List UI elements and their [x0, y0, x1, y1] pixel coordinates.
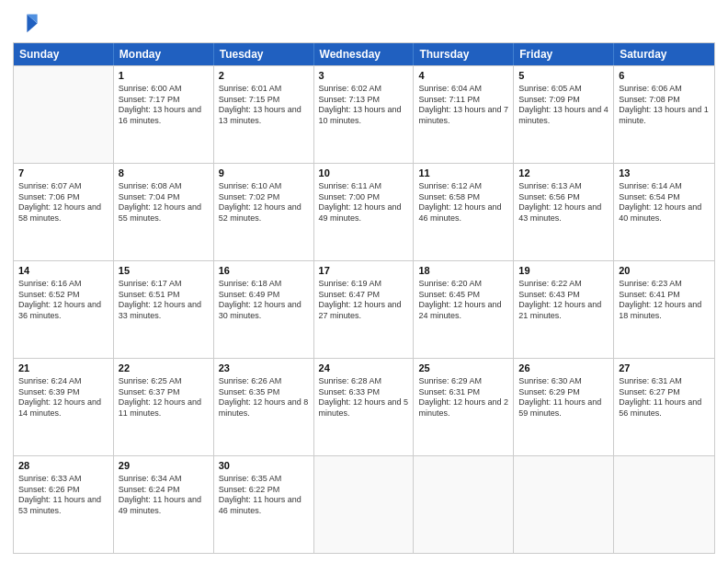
- day-detail: Sunrise: 6:28 AMSunset: 6:33 PMDaylight:…: [319, 376, 409, 419]
- day-number: 25: [418, 362, 508, 375]
- day-cell-7: 7Sunrise: 6:07 AMSunset: 7:06 PMDaylight…: [14, 164, 114, 260]
- sunset-text: Sunset: 6:45 PM: [418, 290, 480, 299]
- empty-cell: [414, 456, 514, 553]
- day-number: 13: [619, 167, 710, 180]
- sunrise-text: Sunrise: 6:07 AM: [18, 181, 82, 190]
- sunrise-text: Sunrise: 6:29 AM: [418, 376, 482, 385]
- sunset-text: Sunset: 6:37 PM: [119, 387, 180, 396]
- weekday-header-friday: Friday: [514, 43, 614, 65]
- sunrise-text: Sunrise: 6:10 AM: [219, 181, 282, 190]
- day-detail: Sunrise: 6:17 AMSunset: 6:51 PMDaylight:…: [119, 279, 209, 322]
- day-detail: Sunrise: 6:02 AMSunset: 7:13 PMDaylight:…: [319, 84, 409, 127]
- sunset-text: Sunset: 6:35 PM: [219, 387, 280, 396]
- day-cell-20: 20Sunrise: 6:23 AMSunset: 6:41 PMDayligh…: [614, 261, 714, 358]
- calendar-body: 1Sunrise: 6:00 AMSunset: 7:17 PMDaylight…: [14, 65, 714, 553]
- sunrise-text: Sunrise: 6:35 AM: [219, 474, 282, 483]
- weekday-header-wednesday: Wednesday: [314, 43, 415, 65]
- day-detail: Sunrise: 6:11 AMSunset: 7:00 PMDaylight:…: [319, 181, 409, 224]
- daylight-text: Daylight: 12 hours and 5 minutes.: [319, 397, 409, 418]
- calendar-row-2: 14Sunrise: 6:16 AMSunset: 6:52 PMDayligh…: [14, 260, 714, 358]
- day-number: 29: [119, 459, 209, 473]
- sunset-text: Sunset: 6:56 PM: [518, 192, 580, 201]
- day-detail: Sunrise: 6:04 AMSunset: 7:11 PMDaylight:…: [418, 84, 508, 127]
- day-detail: Sunrise: 6:10 AMSunset: 7:02 PMDaylight:…: [219, 181, 309, 224]
- daylight-text: Daylight: 11 hours and 56 minutes.: [619, 397, 701, 418]
- sunrise-text: Sunrise: 6:14 AM: [619, 181, 682, 190]
- sunrise-text: Sunrise: 6:06 AM: [619, 84, 682, 93]
- day-detail: Sunrise: 6:14 AMSunset: 6:54 PMDaylight:…: [619, 181, 710, 224]
- day-cell-22: 22Sunrise: 6:25 AMSunset: 6:37 PMDayligh…: [114, 359, 214, 455]
- sunset-text: Sunset: 6:49 PM: [219, 290, 280, 299]
- day-detail: Sunrise: 6:08 AMSunset: 7:04 PMDaylight:…: [119, 181, 209, 224]
- day-number: 20: [619, 264, 710, 278]
- daylight-text: Daylight: 12 hours and 33 minutes.: [119, 300, 201, 320]
- daylight-text: Daylight: 11 hours and 59 minutes.: [518, 397, 601, 418]
- sunrise-text: Sunrise: 6:00 AM: [119, 84, 182, 93]
- day-cell-6: 6Sunrise: 6:06 AMSunset: 7:08 PMDaylight…: [614, 66, 714, 163]
- sunset-text: Sunset: 7:15 PM: [219, 95, 280, 104]
- sunset-text: Sunset: 6:52 PM: [18, 290, 80, 299]
- day-number: 2: [219, 69, 309, 83]
- day-detail: Sunrise: 6:33 AMSunset: 6:26 PMDaylight:…: [18, 474, 108, 517]
- sunrise-text: Sunrise: 6:08 AM: [119, 181, 182, 190]
- sunset-text: Sunset: 6:22 PM: [219, 485, 280, 494]
- day-detail: Sunrise: 6:26 AMSunset: 6:35 PMDaylight:…: [219, 376, 309, 419]
- day-detail: Sunrise: 6:12 AMSunset: 6:58 PMDaylight:…: [418, 181, 508, 224]
- day-detail: Sunrise: 6:30 AMSunset: 6:29 PMDaylight:…: [518, 376, 609, 419]
- day-cell-29: 29Sunrise: 6:34 AMSunset: 6:24 PMDayligh…: [114, 456, 214, 553]
- sunset-text: Sunset: 7:09 PM: [518, 95, 580, 104]
- day-number: 14: [18, 264, 108, 278]
- day-cell-9: 9Sunrise: 6:10 AMSunset: 7:02 PMDaylight…: [214, 164, 314, 260]
- daylight-text: Daylight: 12 hours and 36 minutes.: [18, 300, 101, 320]
- day-number: 3: [319, 69, 409, 83]
- day-detail: Sunrise: 6:35 AMSunset: 6:22 PMDaylight:…: [219, 474, 309, 517]
- day-number: 10: [319, 167, 409, 180]
- day-cell-28: 28Sunrise: 6:33 AMSunset: 6:26 PMDayligh…: [14, 456, 114, 553]
- calendar: SundayMondayTuesdayWednesdayThursdayFrid…: [13, 42, 715, 554]
- day-cell-15: 15Sunrise: 6:17 AMSunset: 6:51 PMDayligh…: [114, 261, 214, 358]
- sunset-text: Sunset: 6:51 PM: [119, 290, 180, 299]
- day-detail: Sunrise: 6:25 AMSunset: 6:37 PMDaylight:…: [119, 376, 209, 419]
- day-detail: Sunrise: 6:00 AMSunset: 7:17 PMDaylight:…: [119, 84, 209, 127]
- sunset-text: Sunset: 6:33 PM: [319, 387, 381, 396]
- day-detail: Sunrise: 6:29 AMSunset: 6:31 PMDaylight:…: [418, 376, 508, 419]
- sunset-text: Sunset: 7:13 PM: [319, 95, 381, 104]
- day-detail: Sunrise: 6:06 AMSunset: 7:08 PMDaylight:…: [619, 84, 710, 127]
- daylight-text: Daylight: 12 hours and 43 minutes.: [518, 202, 601, 223]
- sunset-text: Sunset: 6:47 PM: [319, 290, 381, 299]
- empty-cell: [14, 66, 114, 163]
- sunrise-text: Sunrise: 6:26 AM: [219, 376, 282, 385]
- daylight-text: Daylight: 12 hours and 46 minutes.: [418, 202, 501, 223]
- sunset-text: Sunset: 6:41 PM: [619, 290, 680, 299]
- day-number: 9: [219, 167, 309, 180]
- day-cell-16: 16Sunrise: 6:18 AMSunset: 6:49 PMDayligh…: [214, 261, 314, 358]
- day-number: 11: [418, 167, 508, 180]
- day-detail: Sunrise: 6:23 AMSunset: 6:41 PMDaylight:…: [619, 279, 710, 322]
- calendar-row-3: 21Sunrise: 6:24 AMSunset: 6:39 PMDayligh…: [14, 358, 714, 455]
- day-number: 26: [518, 362, 609, 375]
- day-detail: Sunrise: 6:34 AMSunset: 6:24 PMDaylight:…: [119, 474, 209, 517]
- day-number: 22: [119, 362, 209, 375]
- calendar-row-0: 1Sunrise: 6:00 AMSunset: 7:17 PMDaylight…: [14, 65, 714, 163]
- logo-icon: [13, 9, 39, 35]
- day-cell-27: 27Sunrise: 6:31 AMSunset: 6:27 PMDayligh…: [614, 359, 714, 455]
- empty-cell: [614, 456, 714, 553]
- day-detail: Sunrise: 6:13 AMSunset: 6:56 PMDaylight:…: [518, 181, 609, 224]
- daylight-text: Daylight: 12 hours and 52 minutes.: [219, 202, 301, 223]
- sunrise-text: Sunrise: 6:16 AM: [18, 279, 82, 288]
- day-number: 16: [219, 264, 309, 278]
- daylight-text: Daylight: 12 hours and 24 minutes.: [418, 300, 501, 320]
- day-detail: Sunrise: 6:22 AMSunset: 6:43 PMDaylight:…: [518, 279, 609, 322]
- sunset-text: Sunset: 7:17 PM: [119, 95, 180, 104]
- day-detail: Sunrise: 6:16 AMSunset: 6:52 PMDaylight:…: [18, 279, 108, 322]
- sunrise-text: Sunrise: 6:30 AM: [518, 376, 582, 385]
- sunset-text: Sunset: 6:43 PM: [518, 290, 580, 299]
- day-cell-17: 17Sunrise: 6:19 AMSunset: 6:47 PMDayligh…: [314, 261, 415, 358]
- weekday-header-thursday: Thursday: [414, 43, 514, 65]
- daylight-text: Daylight: 12 hours and 21 minutes.: [518, 300, 601, 320]
- day-cell-8: 8Sunrise: 6:08 AMSunset: 7:04 PMDaylight…: [114, 164, 214, 260]
- day-number: 30: [219, 459, 309, 473]
- daylight-text: Daylight: 12 hours and 30 minutes.: [219, 300, 301, 320]
- sunset-text: Sunset: 7:02 PM: [219, 192, 280, 201]
- day-number: 8: [119, 167, 209, 180]
